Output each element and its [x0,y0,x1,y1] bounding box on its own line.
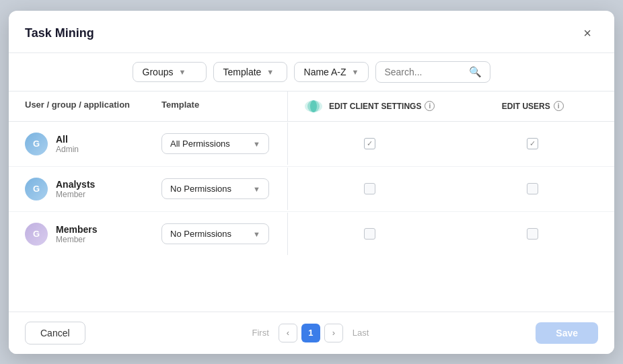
permission-chevron-2: ▼ [253,230,260,238]
edit-users-check-0[interactable] [451,127,615,160]
edit-client-checkbox-2[interactable] [364,228,375,240]
col-edit-client-header: EDIT CLIENT SETTINGS i [288,92,451,121]
save-button[interactable]: Save [536,322,598,344]
search-input[interactable] [384,67,465,77]
col-template-header: Template [153,92,288,121]
table: User / group / application Template EDIT… [9,92,614,312]
pagination: First ‹ 1 › Last [247,324,375,342]
modal-header: Task Mining × [9,11,614,53]
avatar-2: G [25,223,48,246]
template-cell-2: No Permissions ▼ [153,213,288,255]
cancel-button[interactable]: Cancel [25,322,85,344]
permission-chevron-0: ▼ [253,140,260,148]
template-chevron-icon: ▼ [266,68,274,76]
user-info-2: Members Member [56,224,97,244]
edit-client-info-icon: i [425,101,435,111]
page-next-button[interactable]: › [324,324,343,342]
col-user-header: User / group / application [9,92,153,121]
edit-client-check-2[interactable] [288,217,451,250]
sort-label: Name A-Z [304,67,346,77]
sort-dropdown[interactable]: Name A-Z ▼ [294,62,369,82]
avatar-1: G [25,178,48,201]
search-box[interactable]: 🔍 [375,61,490,83]
modal: Task Mining × Groups ▼ Template ▼ Name A… [9,11,614,354]
edit-users-checkbox-0[interactable] [527,138,538,149]
edit-client-checkbox-0[interactable] [364,138,375,149]
svg-point-2 [310,100,317,112]
edit-users-label: EDIT USERS [502,102,550,111]
user-info-1: Analysts Member [56,179,95,199]
avatar-letter-0: G [33,139,40,149]
edit-client-label: EDIT CLIENT SETTINGS [329,102,421,111]
groups-dropdown[interactable]: Groups ▼ [133,62,207,82]
edit-users-info-icon: i [554,101,564,111]
page-prev-button[interactable]: ‹ [279,324,297,342]
template-dropdown[interactable]: Template ▼ [213,62,287,82]
user-name-0: All [56,134,79,145]
user-name-2: Members [56,224,97,235]
edit-users-checkbox-2[interactable] [527,228,538,240]
page-last-button[interactable]: Last [347,325,375,340]
avatar-0: G [25,133,48,155]
avatar-letter-2: G [33,229,40,239]
permission-dropdown-2[interactable]: No Permissions ▼ [161,223,269,244]
groups-chevron-icon: ▼ [178,68,186,76]
table-row: G Members Member No Permissions ▼ [9,212,614,256]
edit-users-check-2[interactable] [451,217,615,250]
table-row: G Analysts Member No Permissions ▼ [9,167,614,212]
table-header: User / group / application Template EDIT… [9,92,614,122]
search-icon: 🔍 [469,66,482,78]
table-row: G All Admin All Permissions ▼ [9,122,614,167]
edit-client-check-0[interactable] [288,127,451,160]
user-cell-0: G All Admin [9,122,153,166]
permission-dropdown-1[interactable]: No Permissions ▼ [161,178,269,199]
modal-title: Task Mining [25,26,94,40]
permission-label-0: All Permissions [170,139,230,149]
user-name-1: Analysts [56,179,95,190]
template-cell-0: All Permissions ▼ [153,122,288,165]
toolbar: Groups ▼ Template ▼ Name A-Z ▼ 🔍 [9,53,614,92]
edit-client-checkbox-1[interactable] [364,183,375,194]
sort-chevron-icon: ▼ [352,68,359,76]
page-current: 1 [301,324,320,342]
groups-label: Groups [143,67,174,77]
avatar-letter-1: G [33,184,40,194]
permission-dropdown-0[interactable]: All Permissions ▼ [161,133,269,154]
user-role-0: Admin [56,145,79,154]
permission-label-1: No Permissions [170,184,231,194]
permission-chevron-1: ▼ [253,185,260,193]
edit-users-checkbox-1[interactable] [527,183,538,194]
edit-users-check-1[interactable] [451,172,615,205]
template-label: Template [223,67,262,77]
user-cell-1: G Analysts Member [9,167,153,211]
permission-label-2: No Permissions [170,229,231,239]
edit-client-check-1[interactable] [288,172,451,205]
user-cell-2: G Members Member [9,212,153,256]
page-first-button[interactable]: First [247,325,274,340]
task-mining-icon [304,100,323,113]
template-cell-1: No Permissions ▼ [153,168,288,210]
user-role-1: Member [56,190,95,199]
footer: Cancel First ‹ 1 › Last Save [9,312,614,354]
col-edit-users-header: EDIT USERS i [451,92,615,121]
user-info-0: All Admin [56,134,79,154]
user-role-2: Member [56,235,97,244]
close-button[interactable]: × [577,23,598,44]
